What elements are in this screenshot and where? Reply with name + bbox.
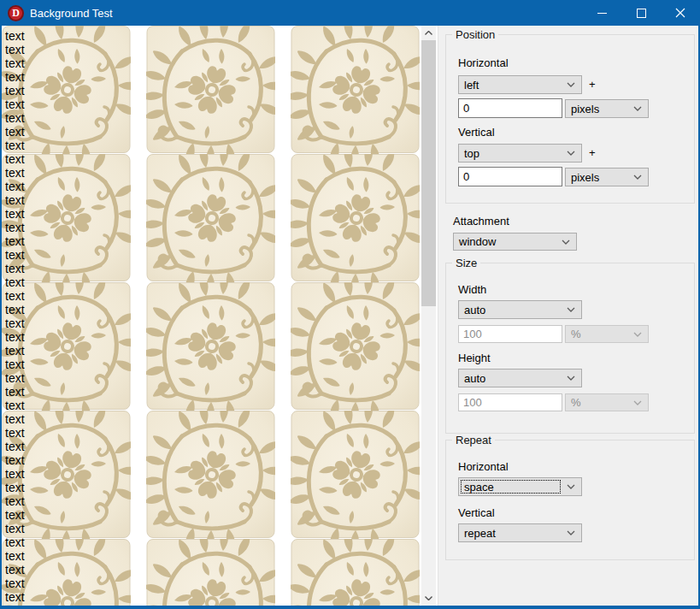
titlebar: D Background Test [0,0,700,26]
horizontal-repeat-value: space [464,481,494,494]
ornament-tile-image [146,154,275,282]
scroll-down-button[interactable] [421,591,436,606]
plus-label: + [589,146,596,159]
attachment-value: window [459,235,496,248]
overlay-text-line: text [5,84,25,98]
overlay-text-line: text [5,371,25,385]
overlay-text-line: text [5,467,25,481]
horizontal-offset-input[interactable] [458,98,562,118]
horizontal-unit-value: pixels [571,103,599,115]
overlay-text-line: text [5,590,25,604]
size-group-title: Size [452,257,480,269]
window-body: texttexttexttexttexttexttexttexttexttext… [2,26,698,606]
overlay-text-line: text [5,29,25,43]
vertical-position-value: top [464,147,479,160]
ornament-tile-image [146,26,275,154]
overlay-text-line: text [5,275,25,289]
settings-panel: Position Horizontal left + pixels Vertic… [438,26,698,606]
chevron-down-icon [633,106,642,111]
overlay-text-line: text [5,412,25,426]
tile-column [146,26,275,606]
overlay-text-line: text [5,139,25,152]
chevron-down-icon [633,332,642,337]
app-window: D Background Test texttexttexttexttextte… [0,0,700,609]
maximize-button[interactable] [621,0,661,26]
horizontal-position-select[interactable]: left [458,75,582,94]
repeat-group-title: Repeat [452,434,495,446]
preview-text-overlay: texttexttexttexttexttexttexttexttexttext… [5,29,25,604]
overlay-text-line: text [5,440,25,453]
overlay-text-line: text [5,152,25,166]
vertical-repeat-label: Vertical [458,506,495,519]
scrollbar-thumb[interactable] [421,40,436,306]
overlay-text-line: text [5,98,25,111]
height-select-value: auto [464,372,485,385]
height-label: Height [458,352,491,364]
attachment-select[interactable]: window [453,233,577,251]
overlay-text-line: text [5,125,25,139]
overlay-text-line: text [5,316,25,330]
overlay-text-line: text [5,563,25,576]
height-select[interactable]: auto [458,369,582,387]
chevron-down-icon [425,596,432,600]
chevron-down-icon [562,239,570,245]
width-value-input[interactable] [458,325,562,343]
ornament-tile-image [291,26,420,154]
width-unit-value: % [571,328,581,340]
vertical-unit-select[interactable]: pixels [565,168,649,186]
width-unit-select[interactable]: % [565,325,649,343]
overlay-text-line: text [5,111,25,125]
chevron-down-icon [567,375,575,381]
ornament-tile-image [146,282,275,411]
window-title: Background Test [30,7,582,20]
overlay-text-line: text [5,522,25,535]
horizontal-repeat-select[interactable]: space [458,477,582,496]
minimize-button[interactable] [582,0,621,26]
overlay-text-line: text [5,262,25,275]
overlay-text-line: text [5,385,25,399]
attachment-label: Attachment [453,215,509,228]
chevron-down-icon [633,400,642,405]
overlay-text-line: text [5,221,25,234]
overlay-text-line: text [5,166,25,180]
horizontal-unit-select[interactable]: pixels [565,99,649,118]
overlay-text-line: text [5,576,25,590]
maximize-icon [637,9,646,18]
ornament-tile-image [146,539,275,606]
close-icon [675,8,685,18]
vertical-position-label: Vertical [458,126,495,139]
overlay-text-line: text [5,481,25,494]
horizontal-repeat-label: Horizontal [458,460,509,473]
overlay-text-line: text [5,399,25,412]
width-select-value: auto [464,304,485,316]
app-icon[interactable]: D [8,5,24,21]
vertical-repeat-select[interactable]: repeat [458,523,582,542]
close-button[interactable] [661,0,700,26]
ornament-tile-image [146,411,275,539]
background-preview: texttexttexttexttexttexttexttexttexttext… [2,26,420,606]
chevron-down-icon [567,151,575,156]
vertical-scrollbar[interactable] [421,26,436,606]
width-select[interactable]: auto [458,300,582,319]
overlay-text-line: text [5,56,25,70]
vertical-offset-input[interactable] [458,167,562,186]
height-value-input[interactable] [458,393,562,411]
horizontal-position-value: left [464,79,479,92]
scroll-up-button[interactable] [421,26,436,40]
chevron-up-icon [425,31,432,35]
height-unit-select[interactable]: % [565,393,649,411]
tiled-background [2,26,420,606]
chevron-down-icon [633,174,642,180]
width-label: Width [458,283,486,296]
vertical-repeat-value: repeat [464,527,496,540]
vertical-unit-value: pixels [571,171,599,184]
overlay-text-line: text [5,358,25,371]
overlay-text-line: text [5,330,25,344]
vertical-position-select[interactable]: top [458,144,582,163]
overlay-text-line: text [5,43,25,56]
overlay-text-line: text [5,248,25,262]
ornament-tile-image [291,411,420,539]
overlay-text-line: text [5,494,25,508]
plus-label: + [589,78,596,91]
chevron-down-icon [567,307,575,312]
